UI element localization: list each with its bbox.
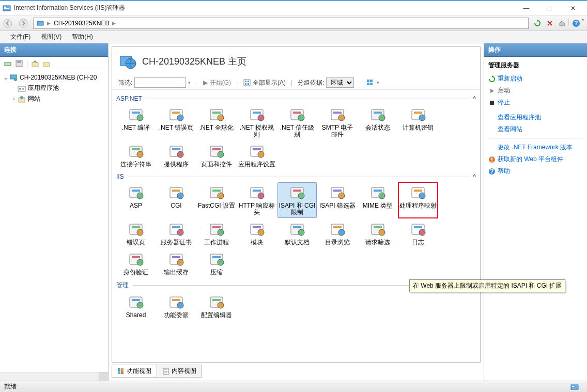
feature-item[interactable]: 页面和控件 bbox=[197, 141, 236, 170]
filter-input[interactable] bbox=[134, 77, 186, 88]
collapse-caret-icon[interactable]: ^ bbox=[473, 173, 476, 180]
menu-file[interactable]: 文件(F) bbox=[5, 33, 36, 41]
feature-item[interactable]: 会话状态 bbox=[358, 104, 397, 140]
refresh-button[interactable] bbox=[532, 18, 543, 29]
feature-item[interactable]: 提供程序 bbox=[157, 141, 196, 170]
action-restart[interactable]: 重新启动 bbox=[488, 73, 583, 85]
feature-item[interactable]: .NET 信任级别 bbox=[277, 104, 317, 140]
groupby-select[interactable]: 区域 bbox=[326, 77, 354, 88]
collapse-icon[interactable]: ⌄ bbox=[2, 74, 9, 81]
feature-item[interactable]: ISAPI 筛选器 bbox=[318, 182, 357, 218]
feature-item[interactable]: 工作进程 bbox=[197, 219, 236, 248]
address-bar[interactable]: ▶ CH-20190325KNEB ▶ bbox=[33, 18, 529, 29]
menu-view[interactable]: 视图(V) bbox=[36, 33, 67, 41]
feature-item[interactable]: 错误页 bbox=[116, 219, 156, 248]
feature-item[interactable]: ASP bbox=[116, 182, 156, 218]
statusbar-config-icon[interactable] bbox=[570, 383, 579, 391]
action-change-framework[interactable]: 更改 .NET Framework 版本 bbox=[488, 142, 583, 153]
feature-item[interactable]: 连接字符串 bbox=[116, 141, 156, 170]
action-stop[interactable]: 停止 bbox=[488, 97, 583, 108]
feature-item[interactable]: .NET 编译 bbox=[116, 104, 156, 140]
statusbar: 就绪 .: bbox=[0, 381, 587, 392]
breadcrumb-host[interactable]: CH-20190325KNEB bbox=[54, 20, 109, 27]
collapse-caret-icon[interactable]: ^ bbox=[473, 95, 476, 102]
action-view-sites[interactable]: 查看网站 bbox=[488, 123, 583, 135]
feature-label: FastCGI 设置 bbox=[198, 202, 235, 209]
svg-point-75 bbox=[218, 193, 224, 199]
minimize-button[interactable]: — bbox=[515, 1, 538, 15]
feature-icon bbox=[128, 294, 144, 310]
feature-item[interactable]: 服务器证书 bbox=[157, 219, 196, 248]
maximize-button[interactable]: □ bbox=[538, 1, 561, 15]
menu-help[interactable]: 帮助(H) bbox=[67, 33, 98, 41]
tab-content-view[interactable]: 内容视图 bbox=[157, 365, 202, 378]
feature-item[interactable]: 处理程序映射 bbox=[398, 182, 438, 218]
level-icon[interactable] bbox=[41, 58, 52, 69]
feature-item[interactable]: 输出缓存 bbox=[157, 249, 196, 278]
feature-item[interactable]: CGI bbox=[157, 182, 196, 218]
feature-item[interactable]: .NET 全球化 bbox=[197, 104, 236, 140]
tree-root[interactable]: ⌄ CH-20190325KNEB (CH-20 bbox=[1, 72, 107, 83]
up-icon[interactable] bbox=[29, 58, 41, 69]
feature-item[interactable]: FastCGI 设置 bbox=[197, 182, 236, 218]
tab-features-view[interactable]: 功能视图 bbox=[112, 365, 157, 378]
home-button[interactable] bbox=[557, 18, 568, 29]
action-view-apppools[interactable]: 查看应用程序池 bbox=[488, 112, 583, 123]
view-mode-icon[interactable] bbox=[366, 79, 375, 86]
help-button-toolbar[interactable]: ? bbox=[570, 18, 582, 29]
save-icon[interactable] bbox=[13, 58, 25, 69]
feature-item[interactable]: 日志 bbox=[398, 219, 438, 248]
svg-point-132 bbox=[218, 302, 224, 308]
feature-label: .NET 全球化 bbox=[198, 124, 235, 131]
feature-item[interactable]: 身份验证 bbox=[116, 249, 156, 278]
feature-item[interactable]: ISAPI 和 CGI 限制 bbox=[277, 182, 317, 218]
feature-label: 默认文档 bbox=[279, 239, 316, 246]
apppool-icon bbox=[18, 84, 26, 92]
close-button[interactable]: ✕ bbox=[561, 1, 584, 15]
feature-item[interactable]: .NET 错误页 bbox=[157, 104, 196, 140]
feature-item[interactable]: 默认文档 bbox=[277, 219, 317, 248]
connect-icon[interactable] bbox=[2, 58, 13, 69]
nav-forward-button[interactable] bbox=[16, 16, 31, 30]
expand-icon[interactable]: › bbox=[10, 96, 18, 102]
feature-item[interactable]: MIME 类型 bbox=[358, 182, 397, 218]
svg-point-48 bbox=[338, 115, 345, 121]
nav-back-button[interactable] bbox=[0, 16, 16, 30]
feature-icon bbox=[249, 221, 265, 238]
feature-label: 压缩 bbox=[198, 269, 235, 276]
feature-label: 会话状态 bbox=[359, 124, 396, 131]
feature-item[interactable]: 压缩 bbox=[197, 249, 236, 278]
feature-item[interactable]: 目录浏览 bbox=[318, 219, 357, 248]
sidebar-scrollbar[interactable] bbox=[0, 372, 108, 381]
page-title: CH-20190325KNEB 主页 bbox=[142, 55, 246, 68]
svg-text:?: ? bbox=[574, 20, 578, 27]
feature-item[interactable]: Shared bbox=[116, 292, 156, 321]
feature-item[interactable]: 配置编辑器 bbox=[197, 292, 236, 321]
tree-sites[interactable]: › 网站 bbox=[1, 93, 107, 104]
action-start[interactable]: 启动 bbox=[488, 85, 583, 97]
feature-icon bbox=[289, 106, 305, 123]
svg-rect-47 bbox=[333, 112, 342, 114]
feature-item[interactable]: 计算机密钥 bbox=[398, 104, 438, 140]
showall-label[interactable]: 全部显示(A) bbox=[253, 79, 286, 87]
feature-item[interactable]: .NET 授权规则 bbox=[237, 104, 276, 140]
section-aspnet[interactable]: ASP.NET ^ bbox=[116, 95, 476, 102]
svg-rect-80 bbox=[293, 190, 301, 192]
feature-label: SMTP 电子邮件 bbox=[319, 124, 356, 138]
svg-rect-113 bbox=[414, 226, 422, 228]
svg-rect-141 bbox=[491, 161, 492, 162]
svg-rect-77 bbox=[253, 190, 261, 192]
tree-apppools[interactable]: 应用程序池 bbox=[1, 83, 107, 93]
feature-item[interactable]: HTTP 响应标头 bbox=[237, 182, 276, 218]
feature-item[interactable]: 应用程序设置 bbox=[237, 141, 276, 170]
action-get-webpi[interactable]: 获取新的 Web 平台组件 bbox=[488, 153, 583, 165]
actions-header: 操作 bbox=[484, 43, 587, 57]
stop-button-toolbar[interactable] bbox=[544, 18, 555, 29]
section-iis[interactable]: IIS ^ bbox=[116, 173, 476, 180]
feature-item[interactable]: SMTP 电子邮件 bbox=[318, 104, 357, 140]
action-help[interactable]: ? 帮助 bbox=[488, 165, 583, 177]
feature-item[interactable]: 请求筛选 bbox=[358, 219, 397, 248]
feature-item[interactable]: 功能委派 bbox=[157, 292, 196, 321]
feature-item[interactable]: 模块 bbox=[237, 219, 276, 248]
start-label[interactable]: 开始(G) bbox=[210, 79, 231, 87]
